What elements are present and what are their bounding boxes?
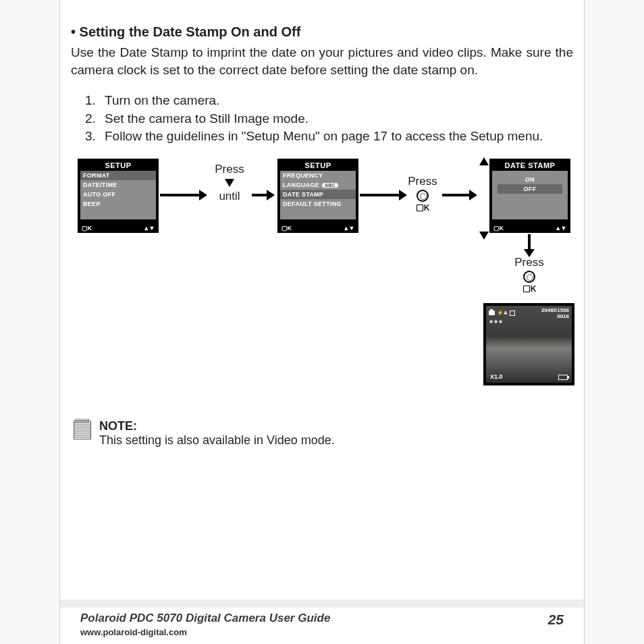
- press-ok-block-2: Press K: [512, 256, 546, 294]
- note-text: This setting is also available in Video …: [99, 433, 335, 447]
- frame-count: 0016: [541, 313, 569, 319]
- press-until-block: Press until: [209, 163, 250, 203]
- ok-button-icon: [417, 190, 429, 202]
- screen-title: DATE STAMP: [489, 159, 570, 169]
- quality-stars: ★★★: [486, 319, 572, 325]
- section-heading: • Setting the Date Stamp On and Off: [71, 24, 573, 40]
- arrow-right-2: [252, 194, 268, 196]
- notepad-icon: [74, 421, 91, 439]
- menu-item-datetime: DATE/TIME: [80, 180, 156, 190]
- press-ok-block-1: Press K: [407, 175, 438, 213]
- page-footer: Polaroid PDC 5070 Digital Camera User Gu…: [60, 599, 584, 644]
- menu-item-default: DEFAULT SETTING: [280, 199, 356, 209]
- ok-indicator: ▢K: [493, 225, 504, 232]
- menu-item-format: FORMAT: [80, 171, 156, 180]
- step-item: Follow the guidelines in "Setup Menu" on…: [99, 128, 573, 145]
- nav-indicator: ▲▼: [555, 225, 566, 232]
- menu-item-frequency: FREQUENCY: [280, 171, 356, 180]
- nav-up-icon: [477, 157, 491, 167]
- preview-screen: ⚡A 2048X1536 0016 ★★★ X1.0: [483, 303, 574, 385]
- ok-label: K: [512, 284, 546, 294]
- note-label: NOTE:: [99, 419, 137, 433]
- nav-down-icon: [477, 230, 491, 240]
- date-stamp-screen: DATE STAMP ON OFF ▢K ▲▼: [489, 159, 570, 233]
- steps-list: Turn on the camera. Set the camera to St…: [71, 92, 573, 145]
- nav-indicator: ▲▼: [143, 225, 155, 232]
- arrow-down: [528, 234, 531, 250]
- arrow-right-1: [160, 194, 200, 196]
- press-label: Press: [407, 175, 438, 188]
- press-label: Press: [209, 163, 250, 176]
- resolution-text: 2048X1536: [541, 307, 569, 313]
- menu-item-on: ON: [492, 175, 568, 184]
- ok-button-icon: [523, 271, 535, 283]
- ok-indicator: ▢K: [82, 225, 92, 232]
- screen-title: SETUP: [277, 159, 358, 169]
- press-label: Press: [512, 256, 546, 269]
- intro-paragraph: Use the Date Stamp to imprint the date o…: [71, 44, 573, 78]
- setup-screen-1: SETUP FORMAT DATE/TIME AUTO OFF BEEP ▢K …: [78, 159, 159, 233]
- menu-item-beep: BEEP: [80, 199, 156, 209]
- nav-indicator: ▲▼: [343, 225, 354, 232]
- battery-icon: [558, 375, 568, 380]
- setup-screen-2: SETUP FREQUENCY LANGUAGEABC DATE STAMP D…: [277, 159, 358, 233]
- page-number: 25: [548, 612, 564, 628]
- ok-label: K: [407, 203, 438, 213]
- flash-auto-icon: ⚡A: [497, 310, 508, 316]
- step-item: Set the camera to Still Image mode.: [99, 110, 573, 128]
- screen-title: SETUP: [78, 159, 159, 169]
- camera-icon: [489, 311, 495, 315]
- menu-item-language: LANGUAGEABC: [280, 180, 356, 190]
- until-label: until: [209, 190, 250, 203]
- ok-indicator: ▢K: [281, 225, 292, 232]
- mode-square-icon: [510, 311, 515, 316]
- abc-badge: ABC: [322, 183, 338, 188]
- menu-item-datestamp: DATE STAMP: [280, 190, 356, 199]
- down-triangle-icon: [225, 179, 234, 187]
- step-item: Turn on the camera.: [99, 92, 573, 109]
- footer-url: www.polaroid-digital.com: [80, 627, 330, 637]
- note-block: NOTE: This setting is also available in …: [71, 419, 573, 448]
- zoom-level: X1.0: [490, 373, 503, 380]
- menu-item-autooff: AUTO OFF: [80, 190, 156, 199]
- guide-title: Polaroid PDC 5070 Digital Camera User Gu…: [80, 612, 330, 625]
- arrow-right-3: [360, 194, 400, 196]
- menu-item-off: OFF: [498, 184, 562, 194]
- arrow-right-4: [442, 194, 471, 196]
- flow-diagram: SETUP FORMAT DATE/TIME AUTO OFF BEEP ▢K …: [78, 159, 591, 415]
